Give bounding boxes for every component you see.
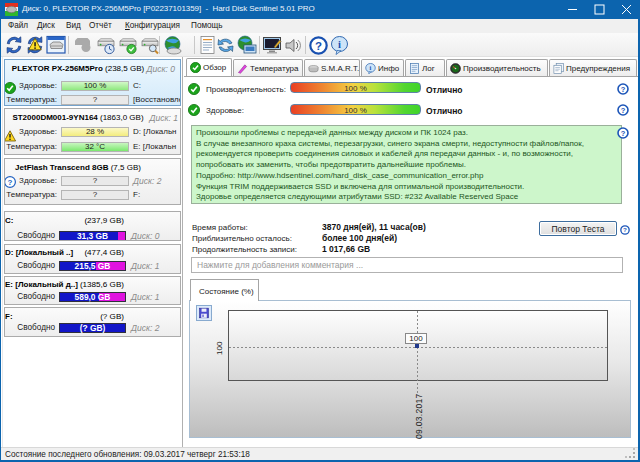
svg-text:i: i	[338, 39, 341, 50]
svg-text:?: ?	[315, 40, 322, 52]
svg-text:?: ?	[623, 226, 627, 233]
svg-text:?: ?	[621, 106, 626, 115]
svg-text:?: ?	[621, 85, 626, 94]
svg-text:?: ?	[621, 129, 626, 138]
svg-text:i: i	[370, 64, 372, 71]
